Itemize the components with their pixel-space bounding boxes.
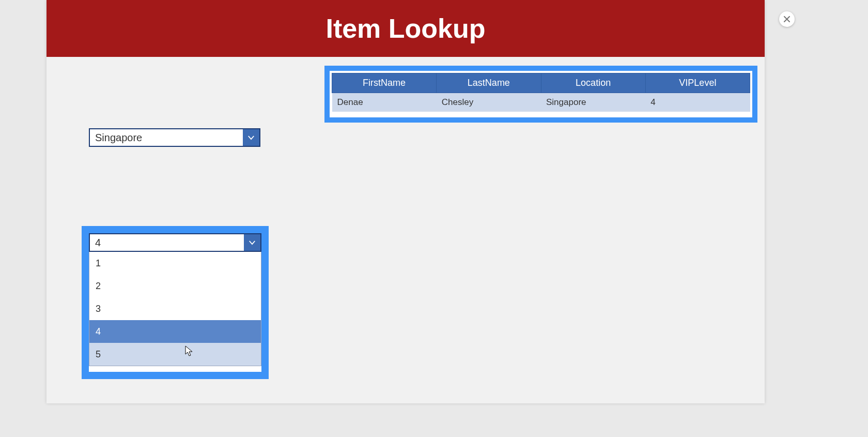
- viplevel-select-value: 4: [90, 234, 244, 251]
- header-bar: Item Lookup: [47, 0, 765, 57]
- close-icon: [783, 16, 791, 23]
- table-header-row: FirstNameLastNameLocationVIPLevel: [332, 73, 750, 93]
- vip-select-container: 4 12345: [89, 233, 261, 372]
- viplevel-option[interactable]: 4: [89, 320, 261, 343]
- close-button[interactable]: [779, 11, 795, 27]
- viplevel-dropdown-list: 12345: [89, 252, 261, 366]
- viplevel-option[interactable]: 5: [89, 343, 261, 366]
- table-cell: Denae: [332, 93, 437, 112]
- table-row[interactable]: DenaeChesleySingapore4: [332, 93, 750, 112]
- table-header-cell: FirstName: [332, 73, 437, 93]
- table-body: DenaeChesleySingapore4: [332, 93, 750, 112]
- table-header-cell: VIPLevel: [645, 73, 750, 93]
- viplevel-option[interactable]: 1: [89, 252, 261, 275]
- viplevel-option[interactable]: 3: [89, 297, 261, 320]
- viplevel-select[interactable]: 4: [89, 233, 261, 252]
- table-cell: Chesley: [437, 93, 541, 112]
- chevron-down-icon: [243, 129, 259, 146]
- app-canvas: Item Lookup Singapore 4 12345 FirstNameL…: [47, 0, 765, 403]
- table-cell: 4: [645, 93, 750, 112]
- location-select[interactable]: Singapore: [89, 128, 260, 147]
- chevron-down-icon: [244, 234, 260, 251]
- vip-select-highlight: 4 12345: [82, 226, 269, 379]
- results-table-container: FirstNameLastNameLocationVIPLevel DenaeC…: [330, 71, 752, 117]
- location-select-value: Singapore: [90, 129, 243, 146]
- results-table: FirstNameLastNameLocationVIPLevel DenaeC…: [332, 73, 750, 112]
- page-title: Item Lookup: [326, 13, 485, 44]
- table-header-cell: Location: [541, 73, 645, 93]
- results-table-highlight: FirstNameLastNameLocationVIPLevel DenaeC…: [324, 66, 757, 123]
- table-cell: Singapore: [541, 93, 645, 112]
- viplevel-option[interactable]: 2: [89, 275, 261, 297]
- table-header-cell: LastName: [437, 73, 541, 93]
